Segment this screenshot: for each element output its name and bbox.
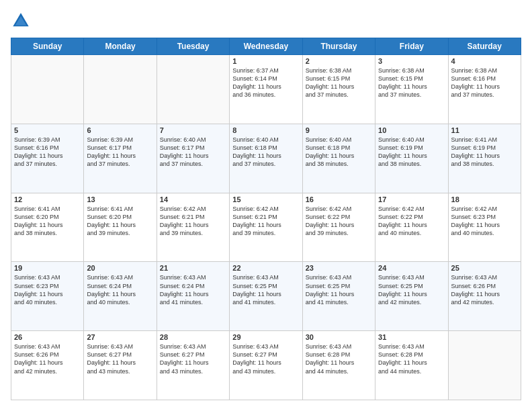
day-number: 6 <box>87 126 153 134</box>
calendar-cell: 16Sunrise: 6:42 AM Sunset: 6:22 PM Dayli… <box>302 193 375 262</box>
calendar-cell: 25Sunrise: 6:43 AM Sunset: 6:26 PM Dayli… <box>448 262 521 331</box>
calendar-cell <box>84 55 157 124</box>
day-number: 28 <box>160 333 226 341</box>
day-info: Sunrise: 6:43 AM Sunset: 6:24 PM Dayligh… <box>160 273 226 306</box>
calendar-week-3: 12Sunrise: 6:41 AM Sunset: 6:20 PM Dayli… <box>11 193 521 262</box>
calendar-week-1: 1Sunrise: 6:37 AM Sunset: 6:14 PM Daylig… <box>11 55 521 124</box>
day-number: 5 <box>14 126 81 134</box>
day-number: 14 <box>160 195 226 203</box>
day-info: Sunrise: 6:41 AM Sunset: 6:20 PM Dayligh… <box>87 205 153 238</box>
calendar-cell: 12Sunrise: 6:41 AM Sunset: 6:20 PM Dayli… <box>11 193 84 262</box>
day-number: 26 <box>14 333 81 341</box>
calendar-cell <box>448 331 521 400</box>
day-number: 2 <box>306 57 372 65</box>
day-info: Sunrise: 6:43 AM Sunset: 6:26 PM Dayligh… <box>451 273 518 306</box>
day-info: Sunrise: 6:37 AM Sunset: 6:14 PM Dayligh… <box>232 66 299 99</box>
day-number: 11 <box>451 126 518 134</box>
day-info: Sunrise: 6:43 AM Sunset: 6:27 PM Dayligh… <box>160 342 226 375</box>
calendar-cell: 1Sunrise: 6:37 AM Sunset: 6:14 PM Daylig… <box>230 55 302 124</box>
day-info: Sunrise: 6:42 AM Sunset: 6:21 PM Dayligh… <box>232 205 299 238</box>
calendar-cell: 27Sunrise: 6:43 AM Sunset: 6:27 PM Dayli… <box>84 331 157 400</box>
day-number: 13 <box>87 195 153 203</box>
day-info: Sunrise: 6:42 AM Sunset: 6:22 PM Dayligh… <box>378 205 445 238</box>
day-info: Sunrise: 6:38 AM Sunset: 6:16 PM Dayligh… <box>451 66 518 99</box>
calendar-cell: 15Sunrise: 6:42 AM Sunset: 6:21 PM Dayli… <box>230 193 302 262</box>
day-number: 16 <box>306 195 372 203</box>
logo-icon <box>11 11 31 31</box>
day-number: 29 <box>232 333 299 341</box>
calendar-cell <box>157 55 229 124</box>
weekday-header-wednesday: Wednesday <box>230 38 302 55</box>
header <box>11 11 521 31</box>
calendar-cell: 31Sunrise: 6:43 AM Sunset: 6:28 PM Dayli… <box>375 331 448 400</box>
weekday-header-tuesday: Tuesday <box>157 38 229 55</box>
day-info: Sunrise: 6:43 AM Sunset: 6:27 PM Dayligh… <box>87 342 153 375</box>
calendar-cell: 18Sunrise: 6:42 AM Sunset: 6:23 PM Dayli… <box>448 193 521 262</box>
day-info: Sunrise: 6:43 AM Sunset: 6:25 PM Dayligh… <box>232 273 299 306</box>
day-number: 19 <box>14 264 81 272</box>
day-info: Sunrise: 6:41 AM Sunset: 6:20 PM Dayligh… <box>14 205 81 238</box>
weekday-header-row: SundayMondayTuesdayWednesdayThursdayFrid… <box>11 38 521 55</box>
day-info: Sunrise: 6:40 AM Sunset: 6:19 PM Dayligh… <box>378 136 445 169</box>
calendar-cell: 17Sunrise: 6:42 AM Sunset: 6:22 PM Dayli… <box>375 193 448 262</box>
day-number: 21 <box>160 264 226 272</box>
day-info: Sunrise: 6:39 AM Sunset: 6:17 PM Dayligh… <box>87 136 153 169</box>
calendar-cell: 21Sunrise: 6:43 AM Sunset: 6:24 PM Dayli… <box>157 262 229 331</box>
day-info: Sunrise: 6:43 AM Sunset: 6:23 PM Dayligh… <box>14 273 81 306</box>
day-number: 23 <box>306 264 372 272</box>
day-info: Sunrise: 6:43 AM Sunset: 6:28 PM Dayligh… <box>306 342 372 375</box>
day-info: Sunrise: 6:42 AM Sunset: 6:22 PM Dayligh… <box>306 205 372 238</box>
weekday-header-friday: Friday <box>375 38 448 55</box>
day-number: 4 <box>451 57 518 65</box>
day-number: 27 <box>87 333 153 341</box>
day-info: Sunrise: 6:40 AM Sunset: 6:18 PM Dayligh… <box>306 136 372 169</box>
weekday-header-monday: Monday <box>84 38 157 55</box>
day-info: Sunrise: 6:39 AM Sunset: 6:16 PM Dayligh… <box>14 136 81 169</box>
calendar-cell: 8Sunrise: 6:40 AM Sunset: 6:18 PM Daylig… <box>230 124 302 193</box>
calendar-cell: 24Sunrise: 6:43 AM Sunset: 6:25 PM Dayli… <box>375 262 448 331</box>
calendar-cell: 4Sunrise: 6:38 AM Sunset: 6:16 PM Daylig… <box>448 55 521 124</box>
day-number: 20 <box>87 264 153 272</box>
day-info: Sunrise: 6:40 AM Sunset: 6:18 PM Dayligh… <box>232 136 299 169</box>
calendar-cell: 7Sunrise: 6:40 AM Sunset: 6:17 PM Daylig… <box>157 124 229 193</box>
calendar-table: SundayMondayTuesdayWednesdayThursdayFrid… <box>11 38 521 400</box>
day-number: 3 <box>378 57 445 65</box>
day-number: 17 <box>378 195 445 203</box>
day-info: Sunrise: 6:43 AM Sunset: 6:26 PM Dayligh… <box>14 342 81 375</box>
calendar-cell: 26Sunrise: 6:43 AM Sunset: 6:26 PM Dayli… <box>11 331 84 400</box>
day-number: 24 <box>378 264 445 272</box>
page: SundayMondayTuesdayWednesdayThursdayFrid… <box>0 0 532 411</box>
day-info: Sunrise: 6:40 AM Sunset: 6:17 PM Dayligh… <box>160 136 226 169</box>
day-info: Sunrise: 6:43 AM Sunset: 6:25 PM Dayligh… <box>378 273 445 306</box>
day-number: 31 <box>378 333 445 341</box>
day-info: Sunrise: 6:43 AM Sunset: 6:25 PM Dayligh… <box>306 273 372 306</box>
calendar-cell: 14Sunrise: 6:42 AM Sunset: 6:21 PM Dayli… <box>157 193 229 262</box>
calendar-cell: 23Sunrise: 6:43 AM Sunset: 6:25 PM Dayli… <box>302 262 375 331</box>
calendar-cell: 3Sunrise: 6:38 AM Sunset: 6:15 PM Daylig… <box>375 55 448 124</box>
calendar-cell: 22Sunrise: 6:43 AM Sunset: 6:25 PM Dayli… <box>230 262 302 331</box>
calendar-cell: 6Sunrise: 6:39 AM Sunset: 6:17 PM Daylig… <box>84 124 157 193</box>
day-number: 12 <box>14 195 81 203</box>
logo <box>11 11 34 31</box>
calendar-week-5: 26Sunrise: 6:43 AM Sunset: 6:26 PM Dayli… <box>11 331 521 400</box>
day-number: 15 <box>232 195 299 203</box>
day-number: 30 <box>306 333 372 341</box>
day-info: Sunrise: 6:43 AM Sunset: 6:27 PM Dayligh… <box>232 342 299 375</box>
day-info: Sunrise: 6:41 AM Sunset: 6:19 PM Dayligh… <box>451 136 518 169</box>
calendar-cell: 30Sunrise: 6:43 AM Sunset: 6:28 PM Dayli… <box>302 331 375 400</box>
calendar-cell: 5Sunrise: 6:39 AM Sunset: 6:16 PM Daylig… <box>11 124 84 193</box>
calendar-week-2: 5Sunrise: 6:39 AM Sunset: 6:16 PM Daylig… <box>11 124 521 193</box>
day-info: Sunrise: 6:38 AM Sunset: 6:15 PM Dayligh… <box>378 66 445 99</box>
calendar-week-4: 19Sunrise: 6:43 AM Sunset: 6:23 PM Dayli… <box>11 262 521 331</box>
day-number: 10 <box>378 126 445 134</box>
calendar-cell: 13Sunrise: 6:41 AM Sunset: 6:20 PM Dayli… <box>84 193 157 262</box>
calendar-cell: 29Sunrise: 6:43 AM Sunset: 6:27 PM Dayli… <box>230 331 302 400</box>
day-number: 7 <box>160 126 226 134</box>
calendar-cell: 10Sunrise: 6:40 AM Sunset: 6:19 PM Dayli… <box>375 124 448 193</box>
day-info: Sunrise: 6:43 AM Sunset: 6:24 PM Dayligh… <box>87 273 153 306</box>
day-number: 22 <box>232 264 299 272</box>
day-info: Sunrise: 6:38 AM Sunset: 6:15 PM Dayligh… <box>306 66 372 99</box>
day-number: 25 <box>451 264 518 272</box>
calendar-cell <box>11 55 84 124</box>
day-number: 18 <box>451 195 518 203</box>
